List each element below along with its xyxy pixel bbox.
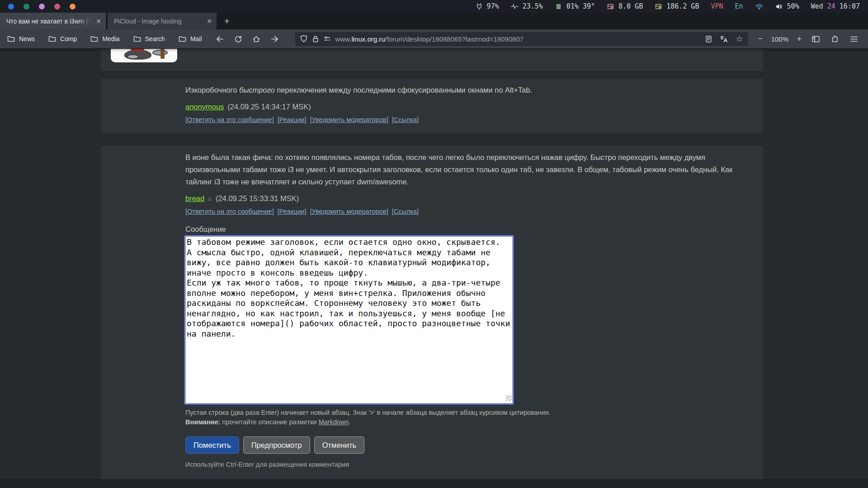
workspace-dot[interactable] xyxy=(24,4,29,9)
day: 24 xyxy=(827,2,835,10)
post-bread-with-reply-form: В ионе была такая фича: по хоткею появля… xyxy=(101,146,763,479)
permalink-link[interactable]: [Ссылка] xyxy=(392,208,419,215)
zoom-level[interactable]: 100% xyxy=(771,35,788,43)
reader-mode-icon[interactable] xyxy=(705,35,712,43)
back-icon xyxy=(216,35,224,43)
vpn-indicator: VPN xyxy=(711,2,723,10)
markdown-link[interactable]: Markdown xyxy=(319,418,349,426)
textarea-resize-handle[interactable] xyxy=(506,395,512,401)
volume-status: 50% xyxy=(775,2,799,10)
reload-icon xyxy=(234,35,242,43)
url-path: /forum/desktop/18088065?lastmod=18090807 xyxy=(385,35,524,43)
back-button[interactable] xyxy=(216,35,224,43)
post-actions: [Ответить на это сообщение] [Реакции] [У… xyxy=(185,208,750,215)
shield-icon[interactable] xyxy=(300,35,307,43)
notify-moderators-link[interactable]: [Уведомить модераторов] xyxy=(310,116,388,123)
load-value: 23.5% xyxy=(523,2,543,10)
lock-icon[interactable] xyxy=(312,35,319,43)
cancel-button[interactable]: Отменить xyxy=(314,436,364,454)
user-star-icon: ☆ xyxy=(207,196,212,202)
message-textarea[interactable]: В табовом режиме заголовок, если остаетс… xyxy=(185,236,513,404)
cpu-chip-icon xyxy=(555,3,562,10)
reload-button[interactable] xyxy=(234,35,242,43)
reactions-link[interactable]: [Реакции] xyxy=(278,208,307,215)
bookmark-folder-mail[interactable]: Mail xyxy=(179,35,202,42)
post-text-italic: быстрого xyxy=(239,86,275,94)
workspace-dot[interactable] xyxy=(39,4,45,9)
disk-value: 186.2 GB xyxy=(666,2,699,10)
url-prefix: www. xyxy=(335,35,352,43)
author-line: anonymous(24.09.25 14:34:17 MSK) xyxy=(185,103,750,111)
url-bar[interactable]: www.linux.org.ru/forum/desktop/18088065?… xyxy=(295,32,748,46)
folder-icon xyxy=(48,35,56,42)
cpu-status: 01% 39° xyxy=(555,2,595,10)
folder-icon xyxy=(90,35,98,42)
keyboard-layout: En xyxy=(735,2,743,10)
zoom-out-button[interactable]: − xyxy=(758,34,763,43)
submit-button[interactable]: Поместить xyxy=(185,436,239,454)
sidebar-icon[interactable] xyxy=(811,35,820,43)
previous-post-card xyxy=(101,49,763,71)
reply-link[interactable]: [Ответить на это сообщение] xyxy=(185,208,274,215)
wifi-icon xyxy=(755,3,764,10)
attached-image-thumbnail[interactable] xyxy=(111,49,177,62)
zoom-controls: − 100% + xyxy=(758,34,802,43)
translate-icon[interactable] xyxy=(720,35,728,43)
post-text: переключения между последними сфокусиров… xyxy=(275,86,532,94)
tab-linux-org-ru[interactable]: Что вам не хватает в i3wm (чт ✕ xyxy=(0,13,106,29)
reply-link[interactable]: [Ответить на это сообщение] xyxy=(185,116,274,123)
workspace-dot[interactable] xyxy=(8,4,14,9)
bookmark-folder-comp[interactable]: Comp xyxy=(48,35,77,42)
preview-button[interactable]: Предпросмотр xyxy=(243,436,310,454)
markup-hint: Пустая строка (два раза Enter) начинает … xyxy=(185,409,750,416)
permissions-icon[interactable] xyxy=(324,36,331,42)
volume-value: 50% xyxy=(787,2,799,10)
workspace-dot[interactable] xyxy=(70,4,75,9)
forward-icon xyxy=(270,35,279,43)
status-tray: 97% 23.5% 01% 39° 8.0 GB 186.2 GB VPN En xyxy=(464,2,860,10)
bookmark-folder-search[interactable]: Search xyxy=(133,35,165,42)
battery-status: 97% xyxy=(476,2,499,10)
reactions-link[interactable]: [Реакции] xyxy=(278,116,307,123)
browser-tab-bar: Что вам не хватает в i3wm (чт ✕ PiCloud … xyxy=(0,13,868,29)
url-text[interactable]: www.linux.org.ru/forum/desktop/18088065?… xyxy=(335,35,524,43)
markdown-warning: Внимание: прочитайте описание разметки M… xyxy=(185,418,750,426)
author-line: bread☆(24.09.25 15:33:31 MSK) xyxy=(185,194,750,203)
vpn-label: VPN xyxy=(711,2,723,10)
tab-title: PiCloud - Image hosting xyxy=(114,18,202,25)
post-body: Изкоробочного быстрого переключения межд… xyxy=(185,84,750,96)
extensions-icon[interactable] xyxy=(831,35,839,43)
bookmark-label: News xyxy=(19,35,35,42)
bookmark-label: Comp xyxy=(60,35,77,42)
zoom-in-button[interactable]: + xyxy=(797,34,802,43)
hamburger-menu-icon[interactable] xyxy=(850,36,858,42)
waveform-icon xyxy=(511,3,519,10)
forward-button[interactable] xyxy=(270,35,279,43)
bookmark-folder-media[interactable]: Media xyxy=(90,35,119,42)
author-link[interactable]: bread xyxy=(185,194,204,202)
author-link[interactable]: anonymous xyxy=(185,103,224,111)
new-tab-button[interactable]: + xyxy=(217,13,237,29)
bookmark-folder-news[interactable]: News xyxy=(7,35,35,42)
close-icon[interactable]: ✕ xyxy=(207,18,212,25)
close-icon[interactable]: ✕ xyxy=(96,18,101,25)
tab-picloud[interactable]: PiCloud - Image hosting ✕ xyxy=(108,13,217,29)
clock: Wed 24 16:07 xyxy=(811,2,860,10)
load-status: 23.5% xyxy=(511,2,543,10)
disk-status: 186.2 GB xyxy=(655,2,699,10)
bookmark-star-icon[interactable]: ☆ xyxy=(736,35,743,43)
forum-page: Изкоробочного быстрого переключения межд… xyxy=(0,49,868,488)
post-timestamp: (24.09.25 15:33:31 MSK) xyxy=(216,194,299,202)
notify-moderators-link[interactable]: [Уведомить модераторов] xyxy=(310,208,388,215)
workspace-dot[interactable] xyxy=(54,4,60,9)
form-buttons: Поместить Предпросмотр Отменить xyxy=(185,436,750,454)
disk-icon xyxy=(655,3,662,10)
post-anonymous: Изкоробочного быстрого переключения межд… xyxy=(101,79,763,133)
plug-icon xyxy=(476,3,483,10)
home-icon xyxy=(252,35,260,43)
home-button[interactable] xyxy=(252,35,260,43)
cartoon-shape xyxy=(160,49,165,59)
post-timestamp: (24.09.25 14:34:17 MSK) xyxy=(227,103,311,111)
permalink-link[interactable]: [Ссылка] xyxy=(392,116,419,123)
system-bar: 97% 23.5% 01% 39° 8.0 GB 186.2 GB VPN En xyxy=(0,0,868,13)
